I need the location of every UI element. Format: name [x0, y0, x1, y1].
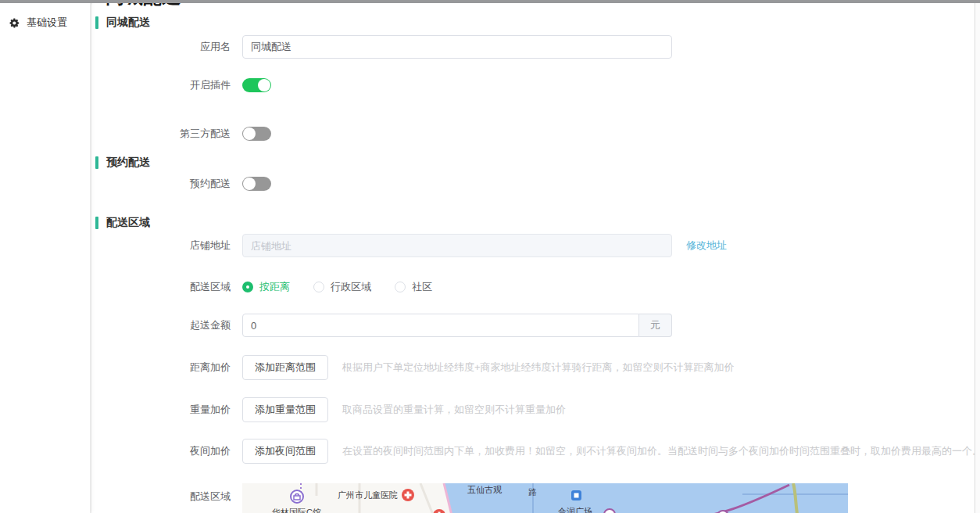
reserve-toggle[interactable] [242, 177, 271, 191]
weight-fee-hint: 取商品设置的重量计算，如留空则不计算重量加价 [342, 403, 566, 417]
distance-fee-row: 距离加价 添加距离范围 根据用户下单定位地址经纬度+商家地址经纬度计算骑行距离，… [95, 355, 975, 380]
app-name-label: 应用名 [95, 40, 242, 54]
radio-dot [313, 282, 324, 292]
modify-address-link[interactable]: 修改地址 [686, 239, 727, 253]
sidebar: 基础设置 [0, 0, 91, 513]
add-weight-range-button[interactable]: 添加重量范围 [242, 397, 328, 422]
map-row: 配送区域 [95, 483, 975, 513]
section-title-text: 预约配送 [106, 156, 150, 170]
vertical-scrollbar[interactable] [975, 3, 980, 513]
toggle-knob [243, 178, 256, 190]
map-label-hospital: 广州市儿童医院 [338, 490, 398, 500]
third-party-toggle-row: 第三方配送 [95, 127, 975, 141]
third-party-toggle[interactable] [242, 127, 271, 141]
app-name-input[interactable] [242, 35, 672, 59]
add-night-range-button[interactable]: 添加夜间范围 [242, 439, 328, 464]
distance-fee-label: 距离加价 [95, 361, 242, 375]
unit-suffix: 元 [639, 314, 672, 337]
map-label-mall: 华林国际C馆 [271, 508, 321, 513]
weight-fee-row: 重量加价 添加重量范围 取商品设置的重量计算，如留空则不计算重量加价 [95, 397, 975, 422]
min-amount-label: 起送金额 [95, 318, 242, 332]
map-label-temple: 五仙古观 [467, 485, 503, 494]
radio-by-distance[interactable]: 按距离 [242, 280, 290, 294]
mall-icon [291, 490, 303, 503]
section-reserve-delivery: 预约配送 [95, 156, 975, 170]
settings-panel: 同城配送 同城配送 应用名 开启插件 第三方配送 预约配送 预约配送 配送区域 … [91, 0, 975, 513]
metro-y-icon: Y [604, 509, 615, 513]
area-mode-row: 配送区域 按距离 行政区域 社区 [95, 280, 975, 294]
metro-station-icon [571, 490, 581, 500]
map-label-road: 路 [528, 487, 537, 497]
top-clipped-bar [0, 0, 980, 3]
add-distance-range-button[interactable]: 添加距离范围 [242, 355, 328, 380]
toggle-knob [258, 79, 270, 91]
reserve-toggle-label: 预约配送 [95, 177, 242, 191]
delivery-area-map[interactable]: 华林国际C馆 广州市儿童医院 五仙古观 路 [242, 483, 848, 513]
radio-dot [395, 282, 406, 292]
section-bar [95, 16, 98, 29]
third-party-toggle-label: 第三方配送 [95, 127, 242, 141]
min-amount-row: 起送金额 元 [95, 314, 975, 337]
night-fee-hint: 在设置的夜间时间范围内下单，加收费用！如留空，则不计算夜间加价。当配送时间与多个… [342, 444, 975, 458]
store-address-input[interactable] [242, 234, 672, 257]
map-label-plaza: 合润广场 [558, 507, 592, 513]
plugin-toggle-row: 开启插件 [95, 78, 975, 92]
section-bar [95, 217, 98, 229]
app-name-row: 应用名 [95, 35, 975, 59]
delivery-area-polygon [444, 483, 848, 513]
radio-dot [242, 282, 253, 292]
toggle-knob [243, 127, 256, 140]
section-title-text: 同城配送 [106, 16, 150, 30]
hospital-cross-icon [402, 489, 414, 501]
area-mode-label: 配送区域 [95, 280, 242, 294]
min-amount-group: 元 [242, 314, 672, 337]
sidebar-item-label: 基础设置 [27, 16, 67, 30]
night-fee-label: 夜间加价 [95, 444, 242, 458]
plugin-toggle[interactable] [242, 78, 271, 92]
radio-admin-region[interactable]: 行政区域 [313, 280, 371, 294]
distance-fee-hint: 根据用户下单定位地址经纬度+商家地址经纬度计算骑行距离，如留空则不计算距离加价 [342, 361, 735, 375]
gear-icon [9, 18, 20, 28]
weight-fee-label: 重量加价 [95, 403, 242, 417]
store-address-row: 店铺地址 修改地址 [95, 234, 975, 257]
radio-community[interactable]: 社区 [395, 280, 432, 294]
store-address-label: 店铺地址 [95, 239, 242, 253]
section-bar [95, 156, 98, 169]
night-fee-row: 夜间加价 添加夜间范围 在设置的夜间时间范围内下单，加收费用！如留空，则不计算夜… [95, 439, 975, 464]
section-delivery-area: 配送区域 [95, 216, 975, 230]
section-title-text: 配送区域 [106, 216, 150, 230]
map-area-label: 配送区域 [95, 483, 242, 504]
plugin-toggle-label: 开启插件 [95, 78, 242, 92]
sidebar-item-basic-settings[interactable]: 基础设置 [0, 0, 90, 30]
section-city-delivery: 同城配送 [95, 16, 975, 30]
min-amount-input[interactable] [242, 314, 639, 337]
reserve-toggle-row: 预约配送 [95, 177, 975, 191]
